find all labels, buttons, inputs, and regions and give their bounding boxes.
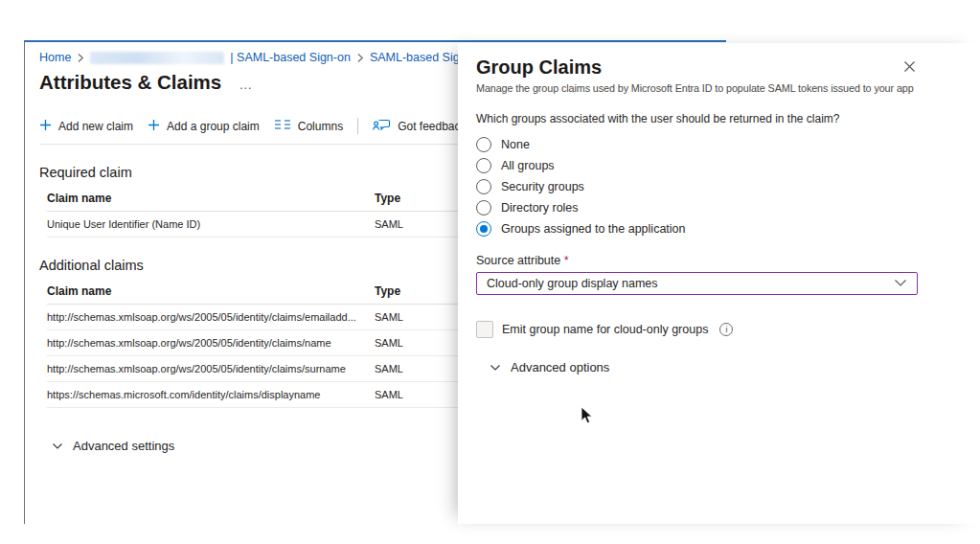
required-asterisk: *: [564, 254, 569, 267]
columns-icon: [274, 119, 291, 133]
advanced-options-toggle[interactable]: Advanced options: [490, 360, 609, 374]
claim-name-cell: http://schemas.xmlsoap.org/ws/2005/05/id…: [47, 363, 375, 374]
columns-label: Columns: [298, 120, 343, 133]
advanced-settings-toggle[interactable]: Advanced settings: [52, 439, 174, 453]
breadcrumb-home-link[interactable]: Home: [39, 51, 71, 64]
chevron-right-icon: [77, 53, 84, 63]
add-group-claim-label: Add a group claim: [167, 120, 260, 133]
radio-label: Security groups: [501, 180, 584, 193]
plus-icon: [39, 119, 52, 134]
radio-label: All groups: [501, 159, 555, 172]
toolbar-divider: [357, 118, 358, 134]
radio-icon: [476, 200, 491, 215]
radio-icon: [476, 137, 491, 152]
close-icon[interactable]: [897, 54, 922, 79]
claim-name-cell: http://schemas.xmlsoap.org/ws/2005/05/id…: [47, 311, 375, 323]
column-claim-name: Claim name: [47, 192, 375, 205]
chevron-right-icon: [356, 53, 364, 63]
emit-group-name-label: Emit group name for cloud-only groups: [502, 323, 708, 336]
panel-title: Group Claims: [476, 57, 918, 79]
radio-option-directory-roles[interactable]: Directory roles: [476, 197, 918, 218]
advanced-settings-label: Advanced settings: [73, 439, 174, 453]
checkbox-icon: [476, 321, 493, 338]
chevron-down-icon: [52, 439, 63, 453]
radio-icon: [476, 221, 491, 237]
radio-option-none[interactable]: None: [476, 134, 918, 155]
radio-option-all-groups[interactable]: All groups: [476, 155, 918, 176]
screen: Home | SAML-based Sign-on SAML-based Sig…: [0, 0, 980, 544]
source-attribute-label: Source attribute *: [476, 254, 918, 267]
radio-icon: [476, 158, 491, 173]
breadcrumb-app-name-redacted: [90, 52, 224, 64]
radio-option-security-groups[interactable]: Security groups: [476, 176, 918, 197]
advanced-options-label: Advanced options: [511, 360, 609, 374]
column-claim-name: Claim name: [47, 284, 375, 298]
columns-button[interactable]: Columns: [274, 119, 343, 133]
emit-group-name-checkbox[interactable]: Emit group name for cloud-only groups i: [476, 321, 918, 338]
plus-icon: [148, 119, 160, 134]
group-claims-panel: Group Claims Manage the group claims use…: [458, 43, 980, 524]
add-new-claim-label: Add new claim: [58, 120, 133, 133]
page-title: Attributes & Claims: [39, 71, 221, 94]
more-options-icon[interactable]: …: [239, 77, 253, 92]
chevron-down-icon: [894, 277, 907, 290]
radio-label: Groups assigned to the application: [501, 222, 686, 236]
radio-icon: [476, 179, 491, 194]
claim-name-cell: https://schemas.microsoft.com/identity/c…: [47, 389, 375, 400]
add-new-claim-button[interactable]: Add new claim: [39, 119, 133, 134]
dropdown-selected-value: Cloud-only group display names: [487, 277, 658, 290]
groups-radio-group: None All groups Security groups Director…: [476, 134, 918, 239]
breadcrumb-saml-signon-link[interactable]: | SAML-based Sign-on: [230, 51, 351, 64]
add-group-claim-button[interactable]: Add a group claim: [148, 119, 260, 134]
radio-option-groups-assigned[interactable]: Groups assigned to the application: [476, 218, 918, 239]
group-claims-question: Which groups associated with the user sh…: [476, 112, 918, 125]
claim-name-cell: Unique User Identifier (Name ID): [47, 218, 375, 230]
chevron-down-icon: [490, 360, 501, 374]
source-attribute-dropdown[interactable]: Cloud-only group display names: [476, 272, 918, 295]
radio-label: None: [501, 138, 530, 151]
feedback-icon: [373, 117, 391, 135]
claim-name-cell: http://schemas.xmlsoap.org/ws/2005/05/id…: [47, 337, 375, 349]
info-icon[interactable]: i: [719, 323, 733, 336]
radio-label: Directory roles: [501, 201, 579, 215]
source-attribute-label-text: Source attribute: [476, 254, 560, 267]
panel-subtitle: Manage the group claims used by Microsof…: [476, 82, 915, 94]
